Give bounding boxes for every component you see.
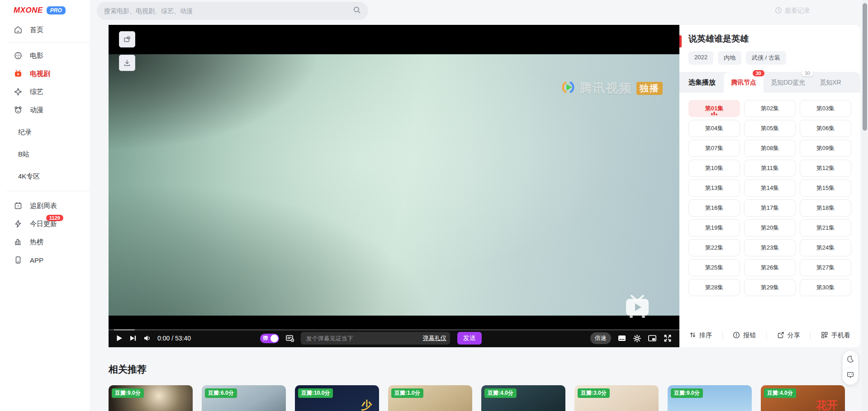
watch-history-button[interactable]: 观看记录 [775, 0, 810, 22]
progress-bar[interactable] [109, 329, 679, 331]
sidebar-item-documentary[interactable]: 纪录 [0, 123, 90, 141]
recommend-card-row: 豆瓣:9.0分 豆瓣:6.0分 豆瓣:10.0分 少 豆瓣:1.0分 豆瓣:4.… [109, 385, 845, 411]
danmaku-toggle[interactable]: 弹 [260, 334, 279, 343]
sidebar-item-anime[interactable]: 动漫 [0, 101, 90, 119]
tab-source-dd-bluray[interactable]: 觅知DD蓝光 30 [764, 72, 812, 93]
episode-button[interactable]: 第23集 [744, 239, 796, 256]
logo[interactable]: MXONE PRO [0, 0, 90, 21]
episode-button[interactable]: 第07集 [688, 140, 740, 157]
tag-year[interactable]: 2022 [688, 51, 713, 65]
search-input[interactable] [104, 7, 353, 14]
episode-label: 第13集 [705, 184, 723, 192]
danmaku-input[interactable] [306, 335, 418, 342]
episode-button[interactable]: 第09集 [800, 140, 851, 157]
episode-button[interactable]: 第25集 [688, 259, 740, 276]
volume-button[interactable] [143, 334, 151, 342]
episode-button[interactable]: 第10集 [688, 160, 740, 177]
tab-source-xr[interactable]: 觅知XR [812, 72, 848, 93]
sidebar-item-app[interactable]: APP [0, 251, 90, 269]
recommend-card[interactable]: 豆瓣:10.0分 少 [295, 385, 379, 411]
sidebar-item-label: 追剧周表 [30, 202, 57, 210]
search-box[interactable] [97, 2, 368, 20]
recommend-card[interactable]: 豆瓣:1.0分 [388, 385, 472, 411]
next-episode-button[interactable] [129, 335, 137, 342]
episode-button[interactable]: 第11集 [744, 160, 796, 177]
episode-button[interactable]: 第03集 [800, 100, 851, 117]
recommend-card[interactable]: 豆瓣:6.0分 [202, 385, 286, 411]
episode-label: 第14集 [761, 184, 779, 192]
episode-button[interactable]: 第27集 [800, 259, 851, 276]
search-icon[interactable] [353, 6, 361, 16]
tab-episode-select[interactable]: 选集播放 [679, 78, 724, 87]
tag-genre[interactable]: 武侠 / 古装 [746, 51, 786, 65]
sidebar-item-trending[interactable]: 热榜 [0, 233, 90, 251]
sidebar-item-variety[interactable]: 综艺 [0, 83, 90, 101]
episode-button[interactable]: 第04集 [688, 120, 740, 137]
sidebar-item-tv-series[interactable]: 电视剧 [0, 65, 90, 83]
sidebar-item-label: 动漫 [30, 106, 43, 114]
danmaku-input-box[interactable]: 弹幕礼仪 [301, 332, 450, 345]
sort-button[interactable]: 排序 [689, 331, 712, 340]
episode-button[interactable]: 第16集 [688, 199, 740, 217]
sidebar-item-bilibili[interactable]: B站 [0, 145, 90, 163]
episode-button[interactable]: 第21集 [800, 219, 851, 236]
cast-to-tv-icon[interactable] [623, 294, 651, 319]
episode-button[interactable]: 第12集 [800, 160, 851, 177]
page-scrollbar[interactable] [862, 0, 868, 411]
episode-button[interactable]: 第19集 [688, 219, 740, 236]
recommend-card[interactable]: 豆瓣:9.0分 [109, 385, 193, 411]
recommend-card[interactable]: 豆瓣:4.0分 [481, 385, 565, 411]
time-display: 0:00 / 53:40 [157, 335, 191, 342]
episode-button[interactable]: 第22集 [688, 239, 740, 256]
episode-button[interactable]: 第13集 [688, 180, 740, 197]
sidebar-item-movies[interactable]: 电影 [0, 47, 90, 65]
sidebar-item-home[interactable]: 首页 [0, 21, 90, 39]
episode-button[interactable]: 第08集 [744, 140, 796, 157]
episode-button[interactable]: 第17集 [744, 199, 796, 217]
play-button[interactable] [116, 335, 123, 342]
episode-label: 第16集 [705, 204, 723, 212]
episode-label: 第08集 [761, 144, 779, 152]
feedback-button[interactable] [846, 371, 854, 381]
danmaku-etiquette-link[interactable]: 弹幕礼仪 [423, 334, 446, 342]
popup-window-button[interactable] [119, 31, 135, 47]
episode-button[interactable]: 第15集 [800, 180, 851, 197]
subtitle-list-icon[interactable] [617, 334, 626, 343]
danmaku-settings-icon[interactable] [285, 334, 294, 343]
episode-button[interactable]: 第24集 [800, 239, 851, 256]
playback-speed-button[interactable]: 倍速 [590, 332, 611, 344]
episode-button[interactable]: 第05集 [744, 120, 796, 137]
episode-button[interactable]: 第28集 [688, 279, 740, 296]
sidebar-item-weekly-schedule[interactable]: 7 追剧周表 [0, 197, 90, 215]
report-error-button[interactable]: 报错 [733, 331, 756, 340]
watch-on-phone-button[interactable]: 手机看 [821, 331, 850, 340]
dark-mode-button[interactable] [846, 355, 854, 365]
tag-region[interactable]: 内地 [718, 51, 741, 65]
sidebar-item-4k-zone[interactable]: 4K专区 [0, 167, 90, 185]
episode-label: 第18集 [816, 204, 835, 212]
episode-button[interactable]: 第30集 [800, 279, 851, 296]
episode-button[interactable]: 第18集 [800, 199, 851, 217]
scrollbar-thumb[interactable] [863, 3, 867, 131]
picture-in-picture-icon[interactable] [648, 334, 657, 343]
recommend-card[interactable]: 豆瓣:4.0分 花开 [761, 385, 845, 411]
episode-button[interactable]: 第14集 [744, 180, 796, 197]
recommend-card[interactable]: 豆瓣:3.0分 [574, 385, 659, 411]
sidebar-item-today-updates[interactable]: 今日更新 1129 [0, 215, 90, 233]
douban-rating-badge: 豆瓣:1.0分 [391, 388, 423, 398]
tab-source-tencent[interactable]: 腾讯节点 30 [724, 72, 764, 93]
film-icon [14, 51, 23, 60]
episode-button[interactable]: 第29集 [744, 279, 796, 296]
settings-gear-icon[interactable] [633, 334, 641, 343]
episode-button[interactable]: 第06集 [800, 120, 851, 137]
share-button[interactable]: 分享 [777, 331, 800, 340]
recommend-card[interactable]: 豆瓣:9.0分 [668, 385, 752, 411]
episode-button[interactable]: 第26集 [744, 259, 796, 276]
send-danmaku-button[interactable]: 发送 [457, 332, 482, 345]
episode-button[interactable]: 第01集 [688, 100, 740, 117]
fullscreen-icon[interactable] [663, 334, 672, 343]
episode-button[interactable]: 第20集 [744, 219, 796, 236]
episode-button[interactable]: 第02集 [744, 100, 796, 117]
phone-icon [14, 255, 23, 265]
download-button[interactable] [119, 55, 135, 71]
